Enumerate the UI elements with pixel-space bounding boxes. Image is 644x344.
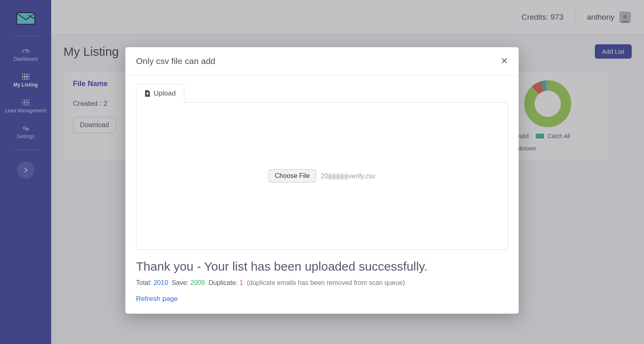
modal-body: Upload Choose File 20▮▮▮▮▮verify.csv Tha…	[125, 75, 519, 314]
upload-stats: Total: 2010 Save: 2009 Duplicate: 1 (dup…	[136, 279, 508, 287]
total-value: 2010	[154, 279, 168, 286]
upload-success-message: Thank you - Your list has been uploaded …	[136, 260, 508, 273]
upload-modal: Only csv file can add ✕ Upload Choose Fi…	[125, 47, 519, 314]
total-label: Total:	[136, 279, 154, 286]
duplicate-value: 1	[240, 279, 243, 286]
refresh-page-link[interactable]: Refresh page	[136, 295, 178, 303]
file-drop-area[interactable]: Choose File 20▮▮▮▮▮verify.csv	[136, 102, 508, 250]
tabs: Upload	[136, 84, 508, 102]
save-label: Save:	[172, 279, 190, 286]
duplicate-label: Duplicate:	[209, 279, 240, 286]
modal-backdrop[interactable]: Only csv file can add ✕ Upload Choose Fi…	[0, 0, 644, 344]
modal-title: Only csv file can add	[136, 56, 215, 66]
choose-file-button[interactable]: Choose File	[269, 169, 316, 182]
modal-header: Only csv file can add ✕	[125, 47, 519, 75]
close-icon[interactable]: ✕	[501, 57, 508, 66]
duplicate-note: (duplicate emails has been removed from …	[247, 279, 405, 286]
tab-upload[interactable]: Upload	[136, 84, 184, 103]
save-value: 2009	[190, 279, 205, 286]
chosen-file-name: 20▮▮▮▮▮verify.csv	[321, 172, 375, 180]
tab-label: Upload	[154, 89, 176, 98]
file-upload-icon	[145, 90, 150, 97]
